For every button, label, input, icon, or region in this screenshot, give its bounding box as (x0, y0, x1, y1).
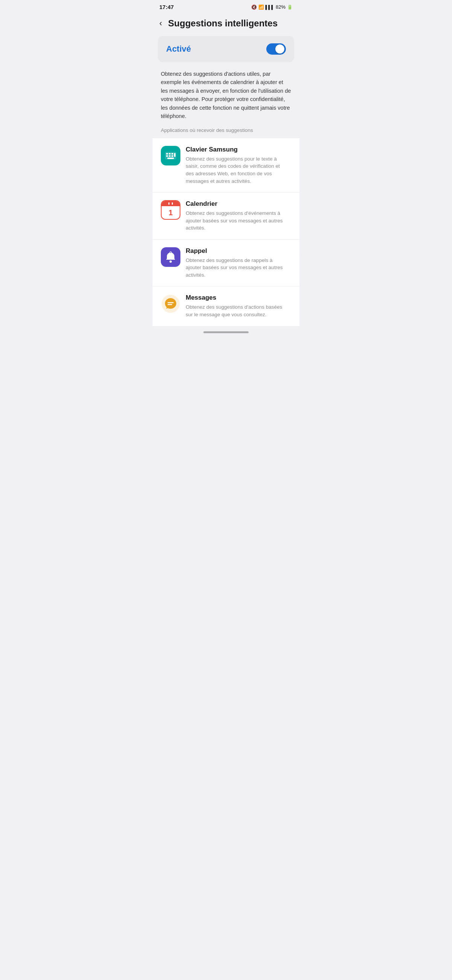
bottom-bar (152, 326, 300, 337)
svg-rect-5 (169, 155, 171, 157)
svg-rect-6 (171, 155, 173, 157)
svg-rect-3 (171, 153, 173, 154)
app-item-clavier: Clavier Samsung Obtenez des suggestions … (152, 138, 300, 192)
messages-desc: Obtenez des suggestions d'actions basées… (186, 304, 286, 318)
svg-rect-2 (169, 153, 171, 154)
rappel-desc: Obtenez des suggestions de rappels à ajo… (186, 257, 286, 279)
page-header: ‹ Suggestions intelligentes (152, 13, 300, 36)
apps-section-heading: Applications où recevoir des suggestions (152, 127, 300, 138)
svg-rect-8 (167, 158, 174, 159)
status-icons: 🔇 📶 ▌▌▌ 82% 🔋 (251, 4, 293, 10)
mute-icon: 🔇 (251, 5, 257, 10)
page-title: Suggestions intelligentes (168, 18, 278, 29)
svg-rect-7 (174, 153, 176, 157)
svg-point-10 (170, 252, 171, 253)
battery-text: 82% (276, 4, 285, 10)
main-toggle-slider (266, 43, 286, 55)
clavier-desc: Obtenez des suggestions pour le texte à … (186, 155, 286, 185)
app-item-calendrier: 1 Calendrier Obtenez des suggestions d'é… (152, 192, 300, 240)
svg-rect-1 (166, 153, 168, 154)
clavier-content: Clavier Samsung Obtenez des suggestions … (186, 146, 286, 185)
calendrier-name: Calendrier (186, 200, 286, 208)
rappel-icon (161, 247, 181, 267)
calendrier-icon: 1 (161, 200, 181, 220)
main-description: Obtenez des suggestions d'actions utiles… (152, 68, 300, 127)
calendrier-desc: Obtenez des suggestions d'événements à a… (186, 210, 286, 232)
messages-icon (161, 294, 181, 313)
apps-list: Clavier Samsung Obtenez des suggestions … (152, 138, 300, 326)
main-toggle-switch[interactable] (266, 43, 286, 55)
bottom-indicator (203, 331, 249, 333)
clavier-icon (161, 146, 181, 165)
rappel-name: Rappel (186, 247, 286, 255)
calendrier-content: Calendrier Obtenez des suggestions d'évé… (186, 200, 286, 232)
status-time: 17:47 (159, 4, 174, 10)
svg-point-9 (170, 261, 172, 263)
status-bar: 17:47 🔇 📶 ▌▌▌ 82% 🔋 (152, 0, 300, 13)
svg-rect-4 (166, 155, 168, 157)
messages-name: Messages (186, 294, 286, 302)
messages-content: Messages Obtenez des suggestions d'actio… (186, 294, 286, 318)
clavier-name: Clavier Samsung (186, 146, 286, 153)
rappel-content: Rappel Obtenez des suggestions de rappel… (186, 247, 286, 279)
wifi-icon: 📶 (259, 5, 264, 10)
app-item-rappel: Rappel Obtenez des suggestions de rappel… (152, 240, 300, 287)
back-button[interactable]: ‹ (157, 17, 164, 30)
signal-icon: ▌▌▌ (266, 5, 274, 10)
main-toggle-row[interactable]: Activé (158, 36, 294, 62)
main-toggle-label: Activé (166, 44, 191, 54)
battery-icon: 🔋 (287, 5, 293, 10)
app-item-messages: Messages Obtenez des suggestions d'actio… (152, 286, 300, 326)
